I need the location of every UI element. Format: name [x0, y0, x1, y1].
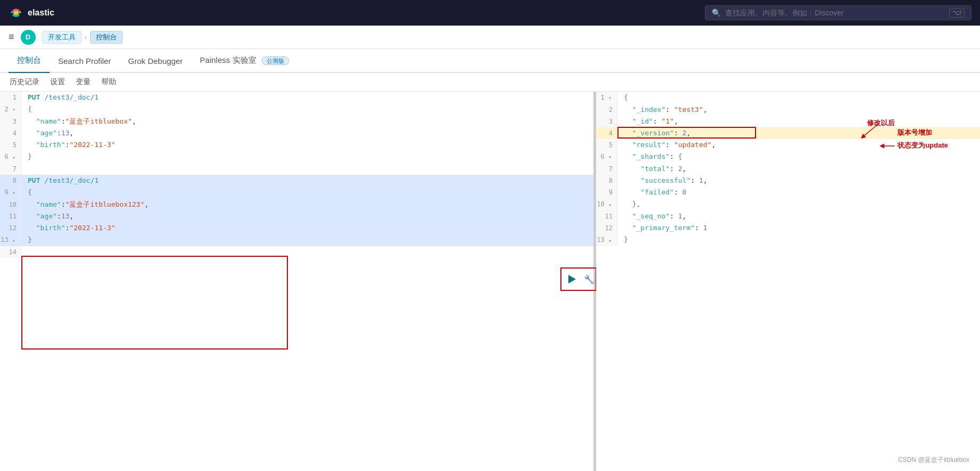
settings-btn[interactable]: 设置 [49, 75, 66, 89]
breadcrumb-separator: › [85, 34, 87, 41]
code-editor[interactable]: 1 PUT /test3/_doc/1 2 ▾ { 3 "name":"蓝盒子i… [0, 92, 593, 471]
run-button[interactable] [563, 270, 582, 289]
editor-panel: 1 PUT /test3/_doc/1 2 ▾ { 3 "name":"蓝盒子i… [0, 92, 594, 471]
tab-grok-debugger[interactable]: Grok Debugger [119, 50, 191, 73]
table-row: 10 "name":"蓝盒子itbluebox123", [0, 199, 593, 210]
response-panel: 1 ▾ { 2 "_index": "test3", 3 "_id": "1",… [596, 92, 980, 471]
table-row: 4 "age":13, [0, 127, 593, 139]
breadcrumb-console: 控制台 [90, 31, 123, 44]
table-row: 2 "_index": "test3", [596, 104, 980, 116]
table-row: 4 "_version": 2, [596, 127, 980, 139]
table-row: 10 ▴ }, [596, 198, 980, 210]
breadcrumb: 开发工具 › 控制台 [42, 31, 123, 44]
table-row: 5 "result": "updated", [596, 139, 980, 151]
table-row: 6 ▴ } [0, 151, 593, 163]
help-btn[interactable]: 帮助 [100, 75, 117, 89]
watermark: CSDN @蓝盒子itbluebox [898, 456, 969, 465]
variables-btn[interactable]: 变量 [75, 75, 92, 89]
user-avatar[interactable]: D [21, 30, 36, 45]
hamburger-menu[interactable]: ≡ [9, 31, 14, 43]
tab-painless-lab[interactable]: Painless 实验室 公测版 [191, 49, 298, 73]
table-row: 9 "failed": 0 [596, 186, 980, 198]
breadcrumb-devtools[interactable]: 开发工具 [42, 31, 82, 44]
response-code: 1 ▾ { 2 "_index": "test3", 3 "_id": "1",… [596, 92, 980, 471]
table-row: 12 "birth":"2022-11-3" [0, 222, 593, 234]
table-row: 9 ▾ { [0, 186, 593, 199]
table-row: 3 "name":"蓝盒子itbluebox", [0, 116, 593, 127]
table-row: 5 "birth":"2022-11-3" [0, 139, 593, 151]
table-row: 13 ▴ } [596, 234, 980, 246]
table-row: 13 ▴ } [0, 234, 593, 246]
table-row: 6 ▾ "_shards": { [596, 151, 980, 163]
elastic-logo-text: elastic [28, 8, 54, 18]
table-row: 1 ▾ { [596, 92, 980, 104]
table-row: 12 "_primary_term": 1 [596, 222, 980, 234]
wrench-icon[interactable]: 🔧 [584, 274, 595, 285]
history-btn[interactable]: 历史记录 [9, 75, 41, 89]
search-icon: 🔍 [712, 9, 721, 17]
table-row: 3 "_id": "1", [596, 116, 980, 127]
table-row: 7 [0, 163, 593, 175]
sub-toolbar: 历史记录 设置 变量 帮助 [0, 73, 980, 92]
tab-bar: 控制台 Search Profiler Grok Debugger Painle… [0, 49, 980, 73]
table-row: 11 "_seq_no": 1, [596, 210, 980, 222]
table-row: 14 [0, 246, 593, 258]
secondary-nav: ≡ D 开发工具 › 控制台 [0, 26, 980, 49]
top-nav: elastic 🔍 ⌥/ [0, 0, 980, 26]
elastic-logo: elastic [9, 5, 54, 20]
search-input[interactable] [725, 9, 945, 17]
search-shortcut: ⌥/ [949, 8, 965, 18]
table-row: 8 "successful": 1, [596, 175, 980, 186]
elastic-logo-icon [9, 5, 23, 20]
tab-console[interactable]: 控制台 [9, 49, 50, 73]
table-row: 7 "total": 2, [596, 163, 980, 175]
table-row: 11 "age":13, [0, 210, 593, 222]
global-search-bar[interactable]: 🔍 ⌥/ [705, 5, 971, 20]
table-row: 8 PUT /test3/_doc/1 [0, 175, 593, 186]
tab-search-profiler[interactable]: Search Profiler [50, 50, 119, 73]
table-row: 1 PUT /test3/_doc/1 [0, 92, 593, 103]
beta-badge: 公测版 [262, 56, 289, 65]
main-content: 1 PUT /test3/_doc/1 2 ▾ { 3 "name":"蓝盒子i… [0, 92, 980, 471]
run-button-area: 🔧 [564, 92, 593, 471]
play-icon [568, 275, 576, 283]
table-row: 2 ▾ { [0, 103, 593, 116]
